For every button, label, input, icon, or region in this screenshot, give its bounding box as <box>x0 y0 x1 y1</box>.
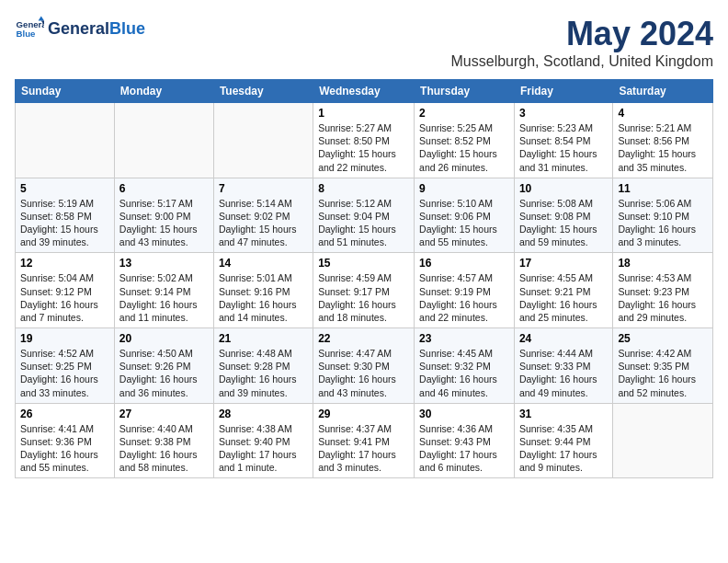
day-info: Sunrise: 5:04 AM Sunset: 9:12 PM Dayligh… <box>20 271 109 324</box>
day-number: 24 <box>519 332 608 345</box>
day-info: Sunrise: 4:41 AM Sunset: 9:36 PM Dayligh… <box>20 422 109 475</box>
day-info: Sunrise: 4:45 AM Sunset: 9:32 PM Dayligh… <box>419 347 509 399</box>
day-number: 17 <box>519 257 608 270</box>
day-info: Sunrise: 4:50 AM Sunset: 9:26 PM Dayligh… <box>119 347 209 399</box>
calendar-cell: 25Sunrise: 4:42 AM Sunset: 9:35 PM Dayli… <box>613 328 713 404</box>
day-number: 23 <box>419 332 509 345</box>
calendar-cell: 10Sunrise: 5:08 AM Sunset: 9:08 PM Dayli… <box>514 178 612 253</box>
day-number: 2 <box>419 107 509 120</box>
day-number: 11 <box>618 182 708 195</box>
day-info: Sunrise: 5:19 AM Sunset: 8:58 PM Dayligh… <box>20 197 109 249</box>
calendar-cell: 13Sunrise: 5:02 AM Sunset: 9:14 PM Dayli… <box>114 253 213 328</box>
header-day-thursday: Thursday <box>415 80 515 103</box>
day-info: Sunrise: 4:53 AM Sunset: 9:23 PM Dayligh… <box>618 271 708 324</box>
day-info: Sunrise: 5:12 AM Sunset: 9:04 PM Dayligh… <box>318 197 409 249</box>
header-day-sunday: Sunday <box>16 80 115 103</box>
calendar-cell: 17Sunrise: 4:55 AM Sunset: 9:21 PM Dayli… <box>514 253 612 328</box>
day-number: 19 <box>20 332 109 345</box>
calendar-cell: 26Sunrise: 4:41 AM Sunset: 9:36 PM Dayli… <box>16 403 115 478</box>
calendar-cell: 19Sunrise: 4:52 AM Sunset: 9:25 PM Dayli… <box>16 328 115 404</box>
week-row-3: 12Sunrise: 5:04 AM Sunset: 9:12 PM Dayli… <box>16 253 713 328</box>
calendar-cell: 20Sunrise: 4:50 AM Sunset: 9:26 PM Dayli… <box>114 328 213 404</box>
header-day-friday: Friday <box>514 80 612 103</box>
calendar-table: SundayMondayTuesdayWednesdayThursdayFrid… <box>15 79 713 478</box>
calendar-cell: 27Sunrise: 4:40 AM Sunset: 9:38 PM Dayli… <box>114 403 213 478</box>
header-day-wednesday: Wednesday <box>313 80 415 103</box>
day-info: Sunrise: 5:06 AM Sunset: 9:10 PM Dayligh… <box>618 197 708 249</box>
day-info: Sunrise: 5:23 AM Sunset: 8:54 PM Dayligh… <box>519 121 608 174</box>
calendar-cell: 29Sunrise: 4:37 AM Sunset: 9:41 PM Dayli… <box>313 403 415 478</box>
day-number: 4 <box>618 107 708 120</box>
header-day-monday: Monday <box>114 80 213 103</box>
day-info: Sunrise: 4:36 AM Sunset: 9:43 PM Dayligh… <box>419 422 509 475</box>
calendar-cell: 30Sunrise: 4:36 AM Sunset: 9:43 PM Dayli… <box>415 403 515 478</box>
calendar-subtitle: Musselburgh, Scotland, United Kingdom <box>451 53 714 70</box>
calendar-cell: 9Sunrise: 5:10 AM Sunset: 9:06 PM Daylig… <box>415 178 515 253</box>
day-info: Sunrise: 4:47 AM Sunset: 9:30 PM Dayligh… <box>318 347 409 399</box>
week-row-5: 26Sunrise: 4:41 AM Sunset: 9:36 PM Dayli… <box>16 403 713 478</box>
calendar-cell: 11Sunrise: 5:06 AM Sunset: 9:10 PM Dayli… <box>613 178 713 253</box>
calendar-cell: 23Sunrise: 4:45 AM Sunset: 9:32 PM Dayli… <box>415 328 515 404</box>
page-header: General Blue GeneralBlue May 2024 Mussel… <box>15 15 713 70</box>
day-info: Sunrise: 4:42 AM Sunset: 9:35 PM Dayligh… <box>618 347 708 399</box>
calendar-cell: 22Sunrise: 4:47 AM Sunset: 9:30 PM Dayli… <box>313 328 415 404</box>
calendar-cell <box>613 403 713 478</box>
day-number: 28 <box>219 408 308 420</box>
logo-text-line1: GeneralBlue <box>48 20 145 39</box>
calendar-cell: 2Sunrise: 5:25 AM Sunset: 8:52 PM Daylig… <box>415 103 515 178</box>
calendar-cell: 24Sunrise: 4:44 AM Sunset: 9:33 PM Dayli… <box>514 328 612 404</box>
day-info: Sunrise: 5:14 AM Sunset: 9:02 PM Dayligh… <box>219 197 308 249</box>
day-info: Sunrise: 4:40 AM Sunset: 9:38 PM Dayligh… <box>119 422 209 475</box>
day-info: Sunrise: 5:08 AM Sunset: 9:08 PM Dayligh… <box>519 197 608 249</box>
day-number: 14 <box>219 257 308 270</box>
calendar-cell: 16Sunrise: 4:57 AM Sunset: 9:19 PM Dayli… <box>415 253 515 328</box>
day-info: Sunrise: 4:35 AM Sunset: 9:44 PM Dayligh… <box>519 422 608 475</box>
day-info: Sunrise: 5:02 AM Sunset: 9:14 PM Dayligh… <box>119 271 209 324</box>
logo-icon: General Blue <box>15 15 44 44</box>
day-info: Sunrise: 5:27 AM Sunset: 8:50 PM Dayligh… <box>318 121 409 174</box>
week-row-1: 1Sunrise: 5:27 AM Sunset: 8:50 PM Daylig… <box>16 103 713 178</box>
day-info: Sunrise: 5:25 AM Sunset: 8:52 PM Dayligh… <box>419 121 509 174</box>
calendar-cell: 7Sunrise: 5:14 AM Sunset: 9:02 PM Daylig… <box>213 178 313 253</box>
svg-text:Blue: Blue <box>17 29 36 39</box>
day-info: Sunrise: 4:44 AM Sunset: 9:33 PM Dayligh… <box>519 347 608 399</box>
week-row-2: 5Sunrise: 5:19 AM Sunset: 8:58 PM Daylig… <box>16 178 713 253</box>
day-number: 27 <box>119 408 209 420</box>
day-info: Sunrise: 5:01 AM Sunset: 9:16 PM Dayligh… <box>219 271 308 324</box>
calendar-cell: 1Sunrise: 5:27 AM Sunset: 8:50 PM Daylig… <box>313 103 415 178</box>
calendar-cell: 8Sunrise: 5:12 AM Sunset: 9:04 PM Daylig… <box>313 178 415 253</box>
day-number: 1 <box>318 107 409 120</box>
day-number: 31 <box>519 408 608 420</box>
calendar-cell: 3Sunrise: 5:23 AM Sunset: 8:54 PM Daylig… <box>514 103 612 178</box>
day-number: 12 <box>20 257 109 270</box>
day-info: Sunrise: 4:59 AM Sunset: 9:17 PM Dayligh… <box>318 271 409 324</box>
day-info: Sunrise: 4:48 AM Sunset: 9:28 PM Dayligh… <box>219 347 308 399</box>
day-info: Sunrise: 4:55 AM Sunset: 9:21 PM Dayligh… <box>519 271 608 324</box>
calendar-cell: 15Sunrise: 4:59 AM Sunset: 9:17 PM Dayli… <box>313 253 415 328</box>
day-number: 18 <box>618 257 708 270</box>
day-number: 8 <box>318 182 409 195</box>
day-number: 5 <box>20 182 109 195</box>
day-number: 9 <box>419 182 509 195</box>
day-number: 20 <box>119 332 209 345</box>
calendar-cell: 12Sunrise: 5:04 AM Sunset: 9:12 PM Dayli… <box>16 253 115 328</box>
day-number: 6 <box>119 182 209 195</box>
calendar-title: May 2024 <box>451 15 714 53</box>
logo-blue: Blue <box>109 19 145 38</box>
logo: General Blue GeneralBlue <box>15 15 145 44</box>
calendar-body: 1Sunrise: 5:27 AM Sunset: 8:50 PM Daylig… <box>16 103 713 478</box>
day-number: 30 <box>419 408 509 420</box>
day-info: Sunrise: 4:57 AM Sunset: 9:19 PM Dayligh… <box>419 271 509 324</box>
day-number: 7 <box>219 182 308 195</box>
header-row: SundayMondayTuesdayWednesdayThursdayFrid… <box>16 80 713 103</box>
day-number: 16 <box>419 257 509 270</box>
calendar-cell: 18Sunrise: 4:53 AM Sunset: 9:23 PM Dayli… <box>613 253 713 328</box>
day-info: Sunrise: 5:17 AM Sunset: 9:00 PM Dayligh… <box>119 197 209 249</box>
week-row-4: 19Sunrise: 4:52 AM Sunset: 9:25 PM Dayli… <box>16 328 713 404</box>
calendar-cell <box>213 103 313 178</box>
day-info: Sunrise: 4:37 AM Sunset: 9:41 PM Dayligh… <box>318 422 409 475</box>
header-day-saturday: Saturday <box>613 80 713 103</box>
day-number: 21 <box>219 332 308 345</box>
day-number: 29 <box>318 408 409 420</box>
day-number: 22 <box>318 332 409 345</box>
